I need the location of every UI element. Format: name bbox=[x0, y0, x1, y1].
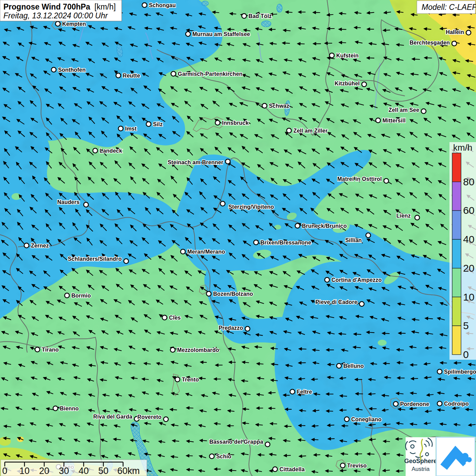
city-label: Matrei in Osttirol bbox=[337, 176, 382, 182]
city: Bienno bbox=[53, 406, 79, 411]
city: Cles bbox=[162, 315, 181, 321]
city-label: Conegliano bbox=[351, 417, 381, 422]
city-label: Zernez bbox=[31, 243, 49, 249]
city-label: Sterzing/Vipiteno bbox=[228, 204, 274, 210]
scale-bar-label: 50 bbox=[98, 466, 108, 476]
city-marker bbox=[415, 215, 420, 220]
city-label: Lienz bbox=[396, 213, 411, 219]
city-marker bbox=[295, 223, 300, 228]
city-marker bbox=[186, 32, 190, 36]
city-label: Pieve di Cadore bbox=[316, 299, 357, 305]
city-marker bbox=[206, 291, 211, 296]
city-marker bbox=[181, 249, 185, 254]
city-label: Feltre bbox=[297, 389, 312, 395]
city: Bormio bbox=[65, 293, 91, 299]
city: Cortina d'Ampezzo bbox=[325, 277, 382, 283]
scale-bar-label: 60km bbox=[117, 466, 140, 476]
scale-bar: 0102030405060km bbox=[1, 460, 147, 476]
city-marker bbox=[53, 406, 58, 411]
city-label: Bruneck/Brunico bbox=[302, 223, 347, 229]
lake-walchensee bbox=[261, 21, 271, 27]
city-label: Cittadella bbox=[279, 466, 305, 472]
legend-tick-label: 20 bbox=[463, 262, 474, 274]
city: Silz bbox=[146, 121, 163, 127]
city-label: Mittersill bbox=[382, 118, 406, 123]
city-marker bbox=[337, 363, 341, 368]
city: Imst bbox=[118, 126, 137, 132]
city-marker bbox=[262, 103, 267, 108]
city-label: Imst bbox=[125, 126, 137, 132]
city-label: Codroipo bbox=[444, 401, 469, 407]
city: Brixen/Bressanone bbox=[254, 240, 311, 245]
city-marker bbox=[452, 41, 457, 46]
city-label: Sonthofen bbox=[58, 67, 86, 73]
city-label: Zell am See bbox=[389, 107, 419, 113]
city-marker bbox=[384, 178, 389, 183]
city-marker bbox=[24, 243, 29, 248]
city-marker bbox=[325, 277, 329, 282]
scale-bar-label: 40 bbox=[79, 466, 89, 476]
city: Reutte bbox=[116, 73, 140, 79]
legend: km/h 806040201050 bbox=[449, 142, 476, 360]
city-marker bbox=[118, 126, 123, 131]
city-label: Sillian bbox=[345, 237, 362, 243]
city: Trento bbox=[175, 377, 199, 382]
city: Treviso bbox=[340, 463, 367, 469]
city-label: Nauders bbox=[57, 199, 80, 205]
city-marker bbox=[65, 293, 69, 298]
scale-bar-label: 20 bbox=[39, 466, 49, 476]
legend-band bbox=[452, 210, 461, 239]
city-label: Treviso bbox=[347, 463, 367, 469]
city-label: Tirano bbox=[42, 347, 59, 353]
city-label: Schio bbox=[216, 454, 232, 459]
city-marker bbox=[171, 71, 176, 76]
legend-tick-label: 5 bbox=[463, 320, 469, 331]
city: Mezzolombardo bbox=[170, 347, 219, 353]
scale-bar-label: 10 bbox=[19, 466, 30, 476]
scale-bar-label: 0 bbox=[2, 466, 7, 476]
city: Belluno bbox=[337, 363, 364, 369]
page-subtitle: Freitag, 13.12.2024 00:00 Uhr bbox=[3, 11, 108, 20]
city-label: Pordenone bbox=[400, 401, 429, 407]
city-label: Schwaz bbox=[269, 103, 289, 109]
legend-tick-label: 80 bbox=[463, 176, 474, 187]
svg-text:Prognose Wind 700hPa [km: Prognose Wind 700hPa [km/h] bbox=[3, 2, 116, 11]
city-marker bbox=[273, 467, 277, 472]
city-label: Murnau am Staffelsee bbox=[192, 31, 250, 37]
city-label: Riva del Garda bbox=[93, 414, 132, 420]
city-label: Hallein bbox=[446, 29, 464, 35]
city-label: Cles bbox=[169, 315, 181, 321]
legend-band bbox=[452, 297, 461, 326]
city-marker bbox=[254, 240, 258, 245]
city-marker bbox=[164, 417, 168, 422]
lake-tegernsee bbox=[277, 4, 282, 12]
city-marker bbox=[340, 463, 345, 468]
legend-tick-label: 60 bbox=[463, 205, 474, 216]
city-label: Predazzo bbox=[219, 325, 243, 331]
legend-band bbox=[452, 239, 461, 268]
city-marker bbox=[421, 109, 426, 114]
city-marker bbox=[359, 302, 364, 306]
geosphere-name: GeoSphere bbox=[404, 458, 437, 464]
city-marker bbox=[245, 326, 250, 331]
city-marker bbox=[209, 454, 214, 459]
city-marker bbox=[290, 389, 295, 394]
city-label: Schlanders/Silandro bbox=[68, 256, 122, 262]
city-label: Mezzolombardo bbox=[177, 347, 219, 353]
city-label: Zell am Ziller bbox=[293, 128, 328, 134]
city-marker bbox=[51, 67, 56, 72]
city: Schio bbox=[209, 454, 232, 459]
city-label: Bormio bbox=[71, 293, 91, 299]
city-marker bbox=[35, 347, 40, 352]
page-title: Prognose Wind 700hPa bbox=[3, 2, 90, 11]
city: Feltre bbox=[290, 389, 312, 395]
city-label: Garmisch-Partenkirchen bbox=[178, 71, 242, 77]
city-label: Trento bbox=[182, 377, 199, 382]
city-marker bbox=[215, 120, 220, 125]
city-marker bbox=[344, 417, 349, 422]
city-label: Kufstein bbox=[336, 53, 359, 58]
city-marker bbox=[242, 14, 247, 18]
city-label: Silz bbox=[153, 121, 163, 127]
model-label: Modell: C-LAEF bbox=[422, 3, 476, 12]
legend-band bbox=[452, 153, 461, 182]
